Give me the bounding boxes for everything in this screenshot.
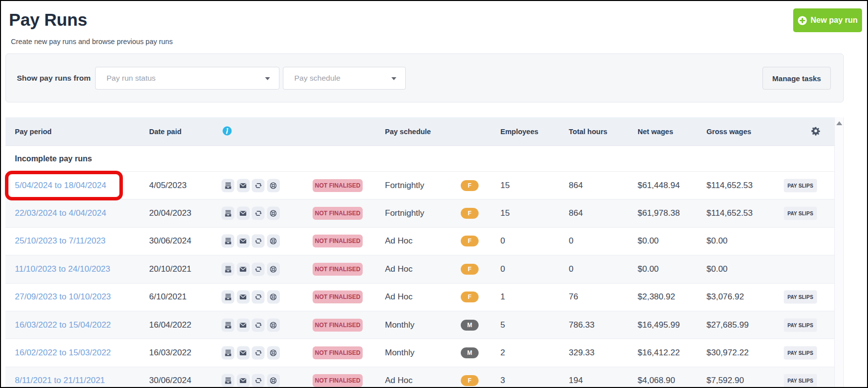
employees-value: 15 [500, 208, 510, 218]
pay-slips-wrap: PAY SLIPS [784, 207, 817, 220]
info-icon[interactable] [222, 126, 232, 137]
sync-button[interactable] [252, 318, 265, 332]
pay-slips-button[interactable]: PAY SLIPS [784, 318, 817, 332]
pay-slips-button[interactable]: PAY SLIPS [784, 291, 817, 304]
pay-period-link[interactable]: 5/04/2024 to 18/04/2024 [15, 181, 106, 191]
email-button[interactable] [237, 179, 250, 192]
envelope-icon [239, 210, 247, 217]
status-badge: NOT FINALISED [313, 207, 363, 220]
email-button[interactable] [237, 235, 250, 248]
archive-icon [224, 293, 232, 301]
status-badge: NOT FINALISED [313, 263, 363, 276]
scroll-up-arrow-icon[interactable] [836, 121, 842, 125]
pay-period-link[interactable]: 27/09/2023 to 10/10/2023 [15, 292, 111, 302]
pay-period-link[interactable]: 8/11/2021 to 21/11/2021 [15, 376, 105, 386]
table-row: 5/04/2024 to 18/04/2024 4/05/2023 [5, 172, 834, 199]
total-hours-value: 786.33 [569, 320, 595, 330]
schedule-badge-wrap: F [461, 236, 479, 246]
status-badge-wrap: NOT FINALISED [313, 207, 363, 220]
archive-icon [224, 238, 232, 245]
gross-wages-value: $0.00 [706, 236, 728, 246]
page: Pay Runs Create new pay runs and browse … [0, 0, 868, 388]
schedule-letter-badge: F [461, 264, 479, 275]
gross-wages-value: $114,652.53 [706, 208, 753, 218]
schedule-letter-badge: F [461, 291, 479, 302]
sync-icon [255, 293, 262, 301]
email-button[interactable] [237, 374, 250, 388]
page-title: Pay Runs [9, 9, 87, 30]
sync-button[interactable] [252, 235, 265, 248]
pay-period-link[interactable]: 16/02/2022 to 15/03/2022 [15, 348, 111, 358]
lifebuoy-icon [270, 265, 277, 273]
row-actions [221, 207, 280, 220]
table-section-header: Incomplete pay runs [5, 146, 834, 172]
support-button[interactable] [267, 207, 280, 220]
archive-button[interactable] [221, 207, 234, 220]
date-paid-value: 20/10/2021 [149, 264, 191, 274]
envelope-icon [239, 265, 247, 273]
lifebuoy-icon [270, 210, 277, 217]
pay-slips-wrap: PAY SLIPS [784, 318, 817, 332]
support-button[interactable] [267, 346, 280, 360]
archive-button[interactable] [221, 262, 234, 276]
email-button[interactable] [237, 207, 250, 220]
new-pay-run-button[interactable]: New pay run [793, 8, 862, 32]
pay-slips-wrap: PAY SLIPS [784, 346, 817, 360]
lifebuoy-icon [270, 293, 277, 301]
table-row: 11/10/2023 to 24/10/2023 20/10/2021 [5, 255, 834, 283]
table-row: 8/11/2021 to 21/11/2021 30/06/2024 [5, 367, 834, 388]
support-button[interactable] [267, 235, 280, 248]
table-row: 16/02/2022 to 15/03/2022 16/03/2022 [5, 339, 834, 367]
status-badge: NOT FINALISED [313, 374, 363, 387]
email-button[interactable] [237, 318, 250, 332]
row-actions [221, 318, 280, 332]
archive-button[interactable] [221, 291, 234, 304]
pay-period-link[interactable]: 16/03/2022 to 15/04/2022 [15, 320, 111, 330]
support-button[interactable] [267, 374, 280, 388]
email-button[interactable] [237, 291, 250, 304]
pay-slips-button[interactable]: PAY SLIPS [784, 207, 817, 220]
email-button[interactable] [237, 346, 250, 360]
table-scrollbar[interactable] [834, 117, 844, 388]
pay-slips-wrap: PAY SLIPS [784, 179, 817, 192]
pay-run-status-select[interactable]: Pay run status [95, 67, 279, 90]
pay-slips-button[interactable]: PAY SLIPS [784, 346, 817, 360]
archive-button[interactable] [221, 235, 234, 248]
archive-button[interactable] [221, 346, 234, 360]
support-button[interactable] [267, 291, 280, 304]
pay-period-link[interactable]: 22/03/2024 to 4/04/2024 [15, 208, 106, 218]
pay-slips-button[interactable]: PAY SLIPS [784, 374, 817, 388]
total-hours-value: 194 [569, 376, 583, 386]
table-body: 5/04/2024 to 18/04/2024 4/05/2023 [5, 172, 834, 388]
sync-button[interactable] [252, 207, 265, 220]
gear-icon[interactable] [811, 126, 820, 137]
support-button[interactable] [267, 262, 280, 276]
pay-period-link[interactable]: 11/10/2023 to 24/10/2023 [15, 264, 110, 274]
sync-button[interactable] [252, 346, 265, 360]
pay-schedule-select[interactable]: Pay schedule [283, 67, 406, 90]
schedule-letter-badge: F [461, 180, 479, 191]
archive-button[interactable] [221, 374, 234, 388]
sync-button[interactable] [252, 291, 265, 304]
sync-button[interactable] [252, 262, 265, 276]
status-badge: NOT FINALISED [313, 235, 363, 247]
pay-period-link[interactable]: 25/10/2023 to 7/11/2023 [15, 236, 106, 246]
sync-button[interactable] [252, 179, 265, 192]
envelope-icon [239, 182, 247, 189]
col-date-paid: Date paid [149, 128, 181, 136]
archive-button[interactable] [221, 179, 234, 192]
support-button[interactable] [267, 318, 280, 332]
status-badge-wrap: NOT FINALISED [313, 319, 363, 332]
sync-button[interactable] [252, 374, 265, 388]
email-button[interactable] [237, 262, 250, 276]
section-label: Incomplete pay runs [15, 154, 92, 163]
manage-tasks-button[interactable]: Manage tasks [762, 67, 831, 90]
archive-button[interactable] [221, 318, 234, 332]
sync-icon [255, 265, 262, 273]
pay-slips-button[interactable]: PAY SLIPS [784, 179, 817, 192]
net-wages-value: $61,448.94 [638, 181, 680, 191]
employees-value: 15 [500, 181, 510, 191]
employees-value: 0 [500, 264, 505, 274]
date-paid-value: 16/04/2022 [149, 320, 191, 330]
support-button[interactable] [267, 179, 280, 192]
